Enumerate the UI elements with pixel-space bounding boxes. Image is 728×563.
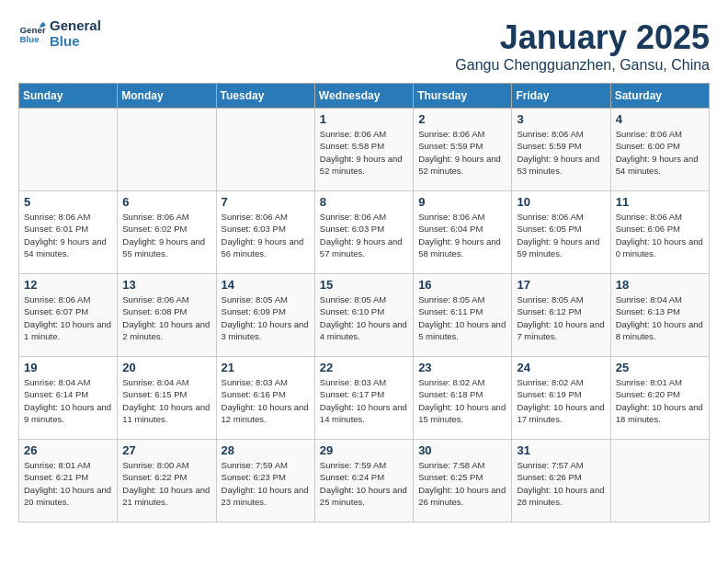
day-number: 22 (320, 361, 408, 374)
logo-icon: General Blue (18, 20, 46, 48)
day-number: 30 (418, 443, 506, 457)
weekday-header-thursday: Thursday (414, 84, 512, 109)
day-info: Sunrise: 7:58 AM Sunset: 6:25 PM Dayligh… (418, 459, 506, 508)
calendar-cell: 4Sunrise: 8:06 AM Sunset: 6:00 PM Daylig… (610, 109, 709, 191)
logo: General Blue General Blue (18, 18, 101, 49)
calendar-cell: 18Sunrise: 8:04 AM Sunset: 6:13 PM Dayli… (610, 274, 709, 357)
day-number: 6 (122, 195, 210, 209)
calendar-cell: 19Sunrise: 8:04 AM Sunset: 6:14 PM Dayli… (19, 357, 118, 440)
calendar-cell: 6Sunrise: 8:06 AM Sunset: 6:02 PM Daylig… (118, 191, 216, 274)
weekday-header-row: SundayMondayTuesdayWednesdayThursdayFrid… (19, 84, 710, 109)
calendar-cell: 15Sunrise: 8:05 AM Sunset: 6:10 PM Dayli… (314, 274, 413, 357)
day-info: Sunrise: 8:06 AM Sunset: 5:59 PM Dayligh… (418, 128, 506, 177)
weekday-header-saturday: Saturday (610, 84, 709, 109)
calendar-cell: 5Sunrise: 8:06 AM Sunset: 6:01 PM Daylig… (19, 191, 118, 274)
day-info: Sunrise: 8:05 AM Sunset: 6:11 PM Dayligh… (418, 293, 506, 342)
day-info: Sunrise: 8:02 AM Sunset: 6:19 PM Dayligh… (517, 376, 605, 425)
day-info: Sunrise: 7:57 AM Sunset: 6:26 PM Dayligh… (517, 459, 605, 508)
logo-blue: Blue (50, 34, 101, 50)
day-info: Sunrise: 8:06 AM Sunset: 6:03 PM Dayligh… (222, 211, 310, 259)
calendar-cell (19, 109, 118, 191)
day-number: 10 (517, 195, 605, 209)
calendar-cell: 8Sunrise: 8:06 AM Sunset: 6:03 PM Daylig… (314, 191, 413, 274)
weekday-header-tuesday: Tuesday (216, 84, 314, 109)
day-number: 27 (122, 443, 210, 457)
day-number: 12 (24, 278, 112, 292)
day-info: Sunrise: 8:06 AM Sunset: 6:05 PM Dayligh… (517, 211, 605, 259)
day-info: Sunrise: 8:05 AM Sunset: 6:10 PM Dayligh… (320, 293, 408, 342)
calendar-cell: 26Sunrise: 8:01 AM Sunset: 6:21 PM Dayli… (19, 440, 118, 523)
day-number: 3 (517, 112, 605, 126)
weekday-header-sunday: Sunday (19, 84, 118, 109)
week-row-3: 12Sunrise: 8:06 AM Sunset: 6:07 PM Dayli… (19, 274, 710, 357)
calendar-cell: 12Sunrise: 8:06 AM Sunset: 6:07 PM Dayli… (19, 274, 118, 357)
day-number: 17 (517, 278, 605, 292)
day-number: 28 (222, 443, 310, 457)
calendar-cell: 27Sunrise: 8:00 AM Sunset: 6:22 PM Dayli… (118, 440, 216, 523)
day-info: Sunrise: 8:06 AM Sunset: 6:04 PM Dayligh… (418, 211, 506, 259)
calendar-cell: 17Sunrise: 8:05 AM Sunset: 6:12 PM Dayli… (512, 274, 610, 357)
logo-general: General (50, 18, 101, 34)
calendar-cell: 25Sunrise: 8:01 AM Sunset: 6:20 PM Dayli… (610, 357, 709, 440)
day-info: Sunrise: 8:02 AM Sunset: 6:18 PM Dayligh… (418, 376, 506, 425)
calendar-cell (610, 440, 709, 523)
day-info: Sunrise: 8:03 AM Sunset: 6:17 PM Dayligh… (320, 376, 408, 425)
day-number: 15 (320, 278, 408, 292)
page-header: General Blue General Blue January 2025 G… (18, 18, 710, 74)
calendar-cell: 20Sunrise: 8:04 AM Sunset: 6:15 PM Dayli… (118, 357, 216, 440)
week-row-1: 1Sunrise: 8:06 AM Sunset: 5:58 PM Daylig… (19, 109, 710, 191)
day-info: Sunrise: 8:06 AM Sunset: 6:07 PM Dayligh… (24, 293, 112, 342)
calendar-cell: 11Sunrise: 8:06 AM Sunset: 6:06 PM Dayli… (610, 191, 709, 274)
week-row-2: 5Sunrise: 8:06 AM Sunset: 6:01 PM Daylig… (19, 191, 710, 274)
location: Gangu Chengguanzhen, Gansu, China (455, 57, 710, 74)
day-number: 19 (24, 361, 112, 374)
svg-text:Blue: Blue (20, 34, 40, 44)
calendar-cell: 13Sunrise: 8:06 AM Sunset: 6:08 PM Dayli… (118, 274, 216, 357)
month-title: January 2025 (455, 18, 710, 57)
day-number: 13 (122, 278, 210, 292)
day-info: Sunrise: 8:05 AM Sunset: 6:09 PM Dayligh… (222, 293, 310, 342)
calendar-cell: 23Sunrise: 8:02 AM Sunset: 6:18 PM Dayli… (414, 357, 512, 440)
day-number: 29 (320, 443, 408, 457)
day-number: 31 (517, 443, 605, 457)
calendar-cell: 16Sunrise: 8:05 AM Sunset: 6:11 PM Dayli… (414, 274, 512, 357)
day-info: Sunrise: 8:06 AM Sunset: 6:06 PM Dayligh… (616, 211, 704, 259)
week-row-5: 26Sunrise: 8:01 AM Sunset: 6:21 PM Dayli… (19, 440, 710, 523)
calendar-cell: 29Sunrise: 7:59 AM Sunset: 6:24 PM Dayli… (314, 440, 413, 523)
calendar-cell: 2Sunrise: 8:06 AM Sunset: 5:59 PM Daylig… (414, 109, 512, 191)
day-info: Sunrise: 8:01 AM Sunset: 6:20 PM Dayligh… (616, 376, 704, 425)
day-number: 7 (222, 195, 310, 209)
calendar-table: SundayMondayTuesdayWednesdayThursdayFrid… (18, 83, 710, 523)
day-info: Sunrise: 7:59 AM Sunset: 6:24 PM Dayligh… (320, 459, 408, 508)
calendar-cell: 10Sunrise: 8:06 AM Sunset: 6:05 PM Dayli… (512, 191, 610, 274)
calendar-cell (216, 109, 314, 191)
day-number: 11 (616, 195, 704, 209)
calendar-cell: 7Sunrise: 8:06 AM Sunset: 6:03 PM Daylig… (216, 191, 314, 274)
day-info: Sunrise: 8:06 AM Sunset: 6:02 PM Dayligh… (122, 211, 210, 259)
weekday-header-friday: Friday (512, 84, 610, 109)
day-number: 21 (222, 361, 310, 374)
day-number: 1 (320, 112, 408, 126)
day-number: 14 (222, 278, 310, 292)
day-info: Sunrise: 7:59 AM Sunset: 6:23 PM Dayligh… (222, 459, 310, 508)
day-info: Sunrise: 8:03 AM Sunset: 6:16 PM Dayligh… (222, 376, 310, 425)
day-info: Sunrise: 8:06 AM Sunset: 6:01 PM Dayligh… (24, 211, 112, 259)
day-number: 20 (122, 361, 210, 374)
day-number: 5 (24, 195, 112, 209)
day-info: Sunrise: 8:06 AM Sunset: 6:00 PM Dayligh… (616, 128, 704, 177)
weekday-header-wednesday: Wednesday (314, 84, 413, 109)
day-info: Sunrise: 8:00 AM Sunset: 6:22 PM Dayligh… (122, 459, 210, 508)
calendar-cell: 30Sunrise: 7:58 AM Sunset: 6:25 PM Dayli… (414, 440, 512, 523)
calendar-cell: 1Sunrise: 8:06 AM Sunset: 5:58 PM Daylig… (314, 109, 413, 191)
day-number: 4 (616, 112, 704, 126)
calendar-cell: 3Sunrise: 8:06 AM Sunset: 5:59 PM Daylig… (512, 109, 610, 191)
day-number: 26 (24, 443, 112, 457)
day-number: 9 (418, 195, 506, 209)
calendar-cell: 31Sunrise: 7:57 AM Sunset: 6:26 PM Dayli… (512, 440, 610, 523)
day-info: Sunrise: 8:06 AM Sunset: 5:59 PM Dayligh… (517, 128, 605, 177)
day-number: 25 (616, 361, 704, 374)
calendar-cell: 9Sunrise: 8:06 AM Sunset: 6:04 PM Daylig… (414, 191, 512, 274)
calendar-cell: 24Sunrise: 8:02 AM Sunset: 6:19 PM Dayli… (512, 357, 610, 440)
day-number: 8 (320, 195, 408, 209)
calendar-cell: 21Sunrise: 8:03 AM Sunset: 6:16 PM Dayli… (216, 357, 314, 440)
